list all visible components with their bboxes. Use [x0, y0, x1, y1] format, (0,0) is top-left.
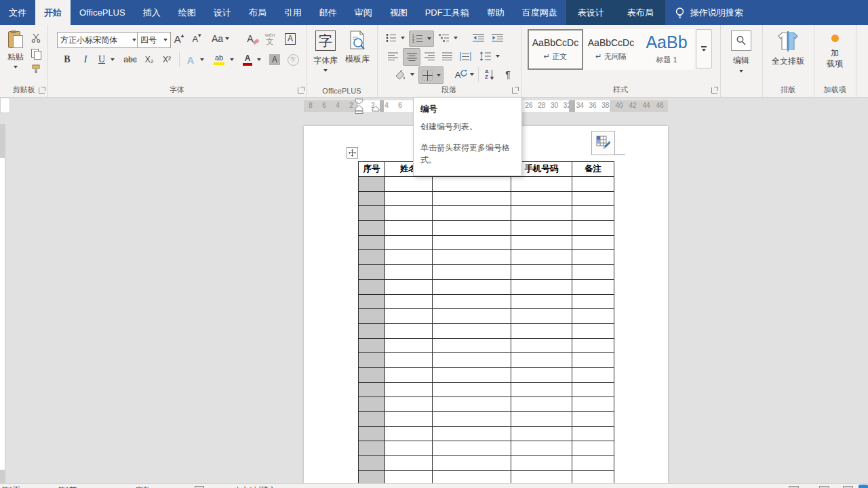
align-center-button[interactable]	[403, 48, 420, 66]
table-cell[interactable]	[385, 265, 433, 280]
align-left-button[interactable]	[385, 49, 400, 64]
template-library-button[interactable]: 模板库	[342, 30, 373, 86]
table-cell[interactable]	[359, 280, 385, 295]
decrease-indent-button[interactable]	[471, 31, 487, 45]
table-cell[interactable]	[385, 397, 433, 412]
addins-button[interactable]: 加载项	[819, 32, 850, 85]
table-cell[interactable]	[572, 221, 614, 236]
tab-file[interactable]: 文件	[0, 0, 35, 25]
table-cell[interactable]	[385, 206, 433, 221]
bold-button[interactable]: B	[60, 52, 75, 67]
line-spacing-button[interactable]	[477, 49, 494, 64]
italic-button[interactable]: I	[79, 52, 92, 67]
table-cell[interactable]	[511, 456, 572, 471]
table-cell[interactable]	[511, 177, 572, 192]
font-name-combobox[interactable]: 方正小标宋简体	[57, 32, 140, 48]
table-header-cell[interactable]: 备注	[572, 162, 614, 177]
contextual-tab-表布局[interactable]: 表布局	[616, 0, 665, 25]
font-color-dropdown[interactable]	[255, 52, 263, 67]
table-cell[interactable]	[433, 265, 511, 280]
table-cell[interactable]	[433, 295, 511, 310]
table-cell[interactable]	[385, 383, 433, 398]
styles-dialog-launcher[interactable]	[711, 87, 717, 94]
table-cell[interactable]	[572, 265, 614, 280]
table-cell[interactable]	[433, 309, 511, 324]
font-color-button[interactable]: A	[240, 52, 255, 67]
table-cell[interactable]	[385, 427, 433, 442]
full-text-typeset-button[interactable]: 全文排版	[768, 30, 808, 85]
table-cell[interactable]	[359, 383, 385, 398]
tab-插入[interactable]: 插入	[134, 0, 170, 25]
highlight-dropdown[interactable]	[228, 52, 236, 67]
table-cell[interactable]	[359, 206, 385, 221]
right-indent-marker[interactable]	[372, 106, 380, 112]
table-column-marker[interactable]	[569, 100, 575, 112]
table-cell[interactable]	[385, 324, 433, 339]
styles-gallery-more-button[interactable]	[696, 29, 712, 68]
highlight-button[interactable]: ab	[210, 52, 228, 67]
table-cell[interactable]	[433, 236, 511, 251]
table-cell[interactable]	[385, 295, 433, 310]
underline-button[interactable]: U	[95, 52, 108, 67]
table-cell[interactable]	[385, 353, 433, 368]
table-cell[interactable]	[359, 412, 385, 427]
multilevel-list-button[interactable]	[437, 31, 452, 45]
font-library-button[interactable]: 字 字体库	[311, 30, 340, 86]
shading-button[interactable]	[392, 67, 408, 82]
grow-font-button[interactable]: A▴	[171, 31, 187, 46]
table-cell[interactable]	[572, 471, 614, 483]
table-cell[interactable]	[511, 412, 572, 427]
asian-layout-dropdown[interactable]	[468, 67, 475, 82]
format-painter-button[interactable]	[28, 63, 43, 75]
table-cell[interactable]	[359, 397, 385, 412]
table-cell[interactable]	[572, 324, 614, 339]
table-cell[interactable]	[433, 206, 511, 221]
table-cell[interactable]	[385, 280, 433, 295]
justify-button[interactable]	[439, 49, 454, 64]
table-move-handle[interactable]	[347, 147, 358, 159]
multilevel-dropdown[interactable]	[452, 31, 459, 45]
style-item-正文[interactable]: AaBbCcDc↵ 正文	[528, 29, 583, 70]
table-cell[interactable]	[359, 192, 385, 207]
strikethrough-button[interactable]: abc	[121, 52, 140, 67]
tab-帮助[interactable]: 帮助	[478, 0, 513, 25]
table-cell[interactable]	[433, 353, 511, 368]
table-cell[interactable]	[572, 441, 614, 456]
phonetic-guide-button[interactable]: wén 文	[262, 30, 278, 47]
superscript-button[interactable]: X²	[159, 52, 175, 67]
status-item[interactable]: 第1页	[1, 485, 20, 488]
table-cell[interactable]	[572, 236, 614, 251]
numbering-button[interactable]: 1. 2. 3.	[409, 30, 427, 47]
table-cell[interactable]	[433, 339, 511, 354]
edit-button[interactable]: 编辑	[726, 30, 757, 86]
subscript-button[interactable]: X₂	[141, 52, 157, 67]
table-cell[interactable]	[385, 471, 433, 483]
table-cell[interactable]	[511, 295, 572, 310]
table-cell[interactable]	[433, 441, 511, 456]
text-effects-dropdown[interactable]	[198, 52, 206, 67]
table-cell[interactable]	[572, 412, 614, 427]
tab-邮件[interactable]: 邮件	[311, 0, 346, 25]
tell-me-search[interactable]: 操作说明搜索	[668, 0, 750, 25]
clipboard-dialog-launcher[interactable]	[39, 87, 45, 94]
clear-format-button[interactable]: A	[241, 31, 259, 46]
status-item[interactable]: 插入	[261, 485, 276, 488]
table-cell[interactable]	[572, 250, 614, 265]
table-cell[interactable]	[511, 265, 572, 280]
table-cell[interactable]	[511, 324, 572, 339]
table-cell[interactable]	[433, 368, 511, 383]
table-cell[interactable]	[572, 295, 614, 310]
table-cell[interactable]	[572, 397, 614, 412]
tab-审阅[interactable]: 审阅	[346, 0, 381, 25]
table-cell[interactable]	[433, 397, 511, 412]
table-cell[interactable]	[385, 309, 433, 324]
tab-PDF工具箱[interactable]: PDF工具箱	[416, 0, 478, 25]
table-cell[interactable]	[385, 250, 433, 265]
change-case-button[interactable]: Aa	[209, 31, 232, 46]
text-effects-button[interactable]: A	[183, 52, 198, 67]
borders-dropdown[interactable]	[435, 66, 443, 84]
table-cell[interactable]	[433, 471, 511, 483]
table-cell[interactable]	[433, 412, 511, 427]
table-cell[interactable]	[385, 192, 433, 207]
table-cell[interactable]	[359, 339, 385, 354]
